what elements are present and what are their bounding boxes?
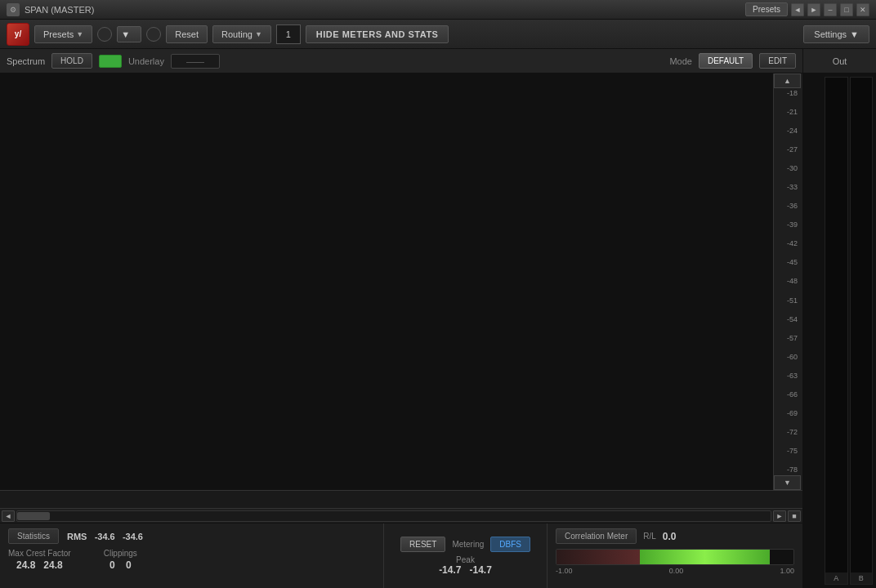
clippings-l: 0 — [110, 559, 115, 571]
db-labels: -18-21-24-27-30-33-36-39-42-45-48-51-54-… — [774, 88, 801, 475]
reset-button[interactable]: RESET — [400, 537, 445, 552]
presets-button[interactable]: Presets ▼ — [34, 25, 92, 43]
meter-track-b — [851, 78, 873, 572]
out-header: Out — [803, 49, 876, 74]
maximize-button[interactable]: □ — [840, 3, 853, 16]
peak-l: -14.7 — [439, 564, 461, 576]
db-label: -51 — [774, 297, 801, 305]
rms-label: RMS — [67, 532, 87, 541]
spectrum-label: Spectrum — [7, 56, 45, 66]
toolbar: y/ Presets ▼ ▼ Reset Routing ▼ 1 HIDE ME… — [0, 20, 876, 49]
scroll-track[interactable] — [16, 510, 771, 522]
minimize-button[interactable]: – — [824, 3, 837, 16]
stats-grid: Max Crest Factor 24.8 24.8 Clippings 0 — [8, 549, 375, 571]
title-controls: Presets ◄ ► – □ ✕ — [745, 2, 869, 16]
freq-axis — [0, 490, 802, 508]
stats-header: Statistics RMS -34.6 -34.6 — [8, 528, 375, 544]
metering-row: RESET Metering DBFS — [400, 537, 530, 552]
routing-label: Routing — [221, 29, 253, 39]
db-label: -63 — [774, 372, 801, 380]
logo-button[interactable]: y/ — [7, 23, 29, 46]
clippings-values: 0 0 — [104, 559, 137, 571]
app-icon: ⚙ — [7, 3, 20, 16]
spectrum-panel: Spectrum HOLD Underlay —— Mode DEFAULT E… — [0, 49, 802, 588]
db-scroll-down[interactable]: ▼ — [774, 475, 801, 490]
dbfs-button[interactable]: DBFS — [490, 537, 530, 552]
db-label: -66 — [774, 391, 801, 399]
routing-dropdown[interactable]: ▼ — [117, 26, 141, 42]
channel-number[interactable]: 1 — [276, 24, 301, 44]
correlation-meter-bar — [556, 549, 794, 565]
meter-bar-a: A — [825, 77, 848, 585]
peak-label: Peak — [439, 555, 492, 564]
routing-arrow: ▼ — [255, 30, 262, 38]
main-area: Spectrum HOLD Underlay —— Mode DEFAULT E… — [0, 49, 876, 588]
dropdown-arrow: ▼ — [121, 29, 130, 39]
corr-scale-mid: 0.00 — [669, 567, 684, 575]
clippings-label: Clippings — [104, 549, 137, 558]
underlay-box[interactable]: —— — [171, 54, 220, 69]
corr-header: Correlation Meter R/L 0.0 — [556, 528, 794, 544]
scroll-right-arrow[interactable]: ► — [773, 510, 786, 522]
presets-title-button[interactable]: Presets — [745, 2, 788, 16]
scroll-left-arrow[interactable]: ◄ — [2, 510, 15, 522]
db-label: -24 — [774, 127, 801, 135]
spectrum-display[interactable] — [0, 74, 245, 196]
close-button[interactable]: ✕ — [856, 3, 869, 16]
metering-label: Metering — [452, 540, 484, 549]
corr-scale-max: 1.00 — [780, 567, 794, 575]
settings-button[interactable]: Settings ▼ — [803, 25, 869, 43]
hide-meters-button[interactable]: HIDE METERS AND STATS — [306, 25, 449, 43]
db-label: -75 — [774, 448, 801, 455]
rms-r-value: -34.6 — [123, 532, 143, 541]
db-scale: ▲ -18-21-24-27-30-33-36-39-42-45-48-51-5… — [773, 74, 802, 490]
max-crest-item: Max Crest Factor 24.8 24.8 — [8, 549, 71, 571]
db-label: -21 — [774, 109, 801, 116]
peak-section: Peak -14.7 -14.7 — [439, 555, 492, 576]
correlation-tab[interactable]: Correlation Meter — [556, 528, 637, 544]
logo-text: y/ — [15, 29, 21, 38]
statistics-tab[interactable]: Statistics — [8, 528, 59, 544]
db-scroll-up[interactable]: ▲ — [774, 74, 801, 88]
db-label: -30 — [774, 165, 801, 172]
db-label: -18 — [774, 90, 801, 97]
corr-scale-min: -1.00 — [556, 567, 573, 575]
presets-arrow: ▼ — [76, 30, 83, 38]
meter-bars: A B — [825, 77, 873, 585]
prev-button[interactable]: ◄ — [791, 3, 804, 16]
reset-button[interactable]: Reset — [166, 25, 208, 43]
green-indicator[interactable] — [99, 55, 122, 68]
db-label: -48 — [774, 278, 801, 285]
settings-arrow: ▼ — [850, 29, 859, 39]
db-label: -57 — [774, 335, 801, 342]
db-label: -54 — [774, 316, 801, 323]
out-panel: Out A B — [802, 49, 876, 588]
scroll-thumb[interactable] — [17, 512, 50, 520]
max-crest-l: 24.8 — [16, 559, 35, 571]
stats-bar: Statistics RMS -34.6 -34.6 Max Crest Fac… — [0, 523, 802, 588]
edit-mode-button[interactable]: EDIT — [759, 53, 796, 69]
clippings-r: 0 — [126, 559, 132, 571]
meter-container: A B — [803, 74, 876, 588]
peak-values: -14.7 -14.7 — [439, 564, 492, 576]
corr-value: 0.0 — [663, 531, 677, 542]
spectrum-canvas[interactable] — [0, 74, 773, 490]
next-button[interactable]: ► — [807, 3, 820, 16]
title-bar: ⚙ SPAN (MASTER) Presets ◄ ► – □ ✕ — [0, 0, 876, 20]
stats-section: Statistics RMS -34.6 -34.6 Max Crest Fac… — [0, 523, 384, 588]
meter-label-b: B — [851, 572, 873, 584]
routing-button[interactable]: Routing ▼ — [212, 25, 271, 43]
max-crest-r: 24.8 — [43, 559, 62, 571]
db-label: -72 — [774, 429, 801, 436]
hold-button[interactable]: HOLD — [51, 53, 92, 69]
db-label: -42 — [774, 240, 801, 247]
circle-right[interactable] — [146, 27, 161, 42]
spectrum-header: Spectrum HOLD Underlay —— Mode DEFAULT E… — [0, 49, 802, 74]
circle-left[interactable] — [97, 27, 112, 42]
max-crest-label: Max Crest Factor — [8, 549, 71, 558]
default-mode-button[interactable]: DEFAULT — [699, 53, 753, 69]
title-text: SPAN (MASTER) — [25, 5, 745, 15]
corr-labels: -1.00 0.00 1.00 — [556, 567, 794, 575]
max-crest-values: 24.8 24.8 — [8, 559, 71, 571]
scroll-end-button[interactable]: ■ — [788, 510, 801, 522]
